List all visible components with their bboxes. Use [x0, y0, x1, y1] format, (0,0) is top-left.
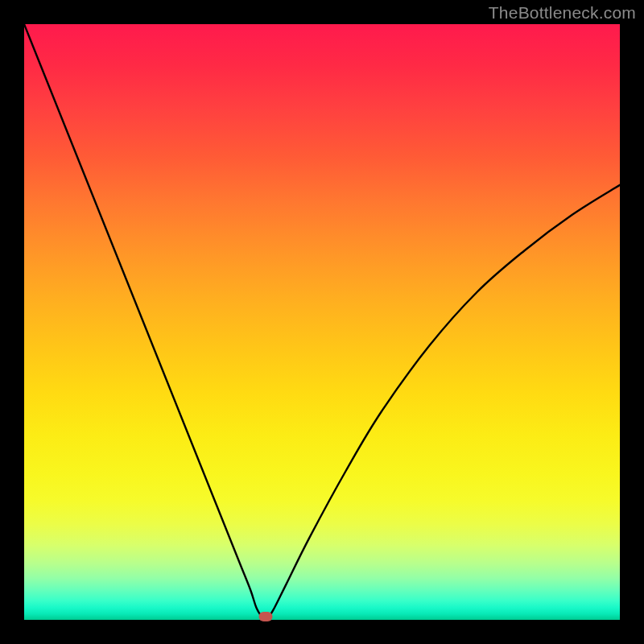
optimal-point-marker: [258, 612, 272, 621]
watermark-text: TheBottleneck.com: [489, 3, 636, 23]
plot-area: [24, 24, 620, 620]
bottleneck-curve: [24, 24, 620, 620]
chart-frame: TheBottleneck.com: [0, 0, 644, 644]
